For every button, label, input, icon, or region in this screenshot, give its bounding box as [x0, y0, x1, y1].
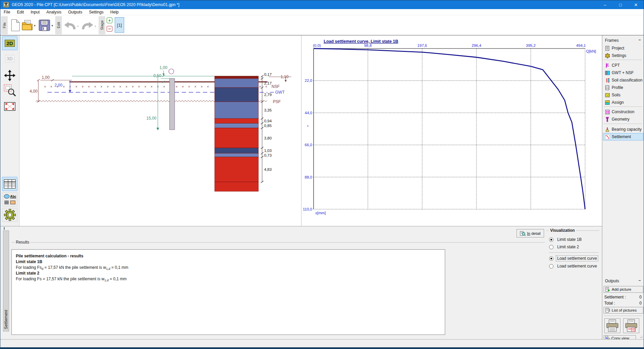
save-dropdown-caret[interactable]: ▾: [51, 24, 53, 27]
radio-limit-state-2[interactable]: Limit state 2: [549, 244, 580, 250]
soils-icon: [605, 92, 610, 98]
settlement-side-tab[interactable]: Settlement: [3, 230, 9, 331]
svg-text:× × × × × × × × × × × × × × ×: × × × × × × × × × × × × × × × × × × × ×: [44, 85, 167, 89]
window-title: GEO5 2020 - Pile CPT [C:\Users\Public\Do…: [12, 2, 179, 7]
soil-layer: [215, 102, 258, 119]
frames-item-assign[interactable]: Assign: [603, 99, 643, 106]
svg-text:1,03: 1,03: [264, 149, 272, 153]
svg-text:0,73: 0,73: [264, 153, 272, 157]
add-stage-button[interactable]: +: [107, 18, 112, 23]
picture-annotation-button[interactable]: Abc: [2, 192, 17, 207]
right-sidebar: Frames – ProjectSettingsCPTGWT + NSFSoil…: [602, 35, 644, 339]
svg-text:1,00: 1,00: [159, 65, 168, 70]
frames-item-profile[interactable]: Profile: [603, 84, 643, 91]
x-tick-label: (0,0): [313, 43, 321, 47]
results-heading-2: Limit state 2: [16, 271, 39, 276]
radio-icon: [549, 245, 553, 249]
frames-item-soil-classification[interactable]: Soil classification: [603, 76, 643, 84]
radio-icon: [549, 256, 553, 261]
radio-limit-state-1b[interactable]: Limit state 1B: [549, 236, 583, 243]
print-settings-button[interactable]: [623, 318, 639, 333]
outputs-panel-title: Outputs: [605, 279, 619, 283]
close-button[interactable]: ✕: [628, 0, 644, 9]
window-border-bottom: [0, 347, 644, 349]
minimize-button[interactable]: –: [597, 0, 613, 9]
frames-item-project[interactable]: Project: [603, 44, 643, 52]
frames-minimize-button[interactable]: –: [638, 37, 642, 42]
frames-item-settings[interactable]: Settings: [603, 52, 643, 59]
list-of-pictures-button[interactable]: List of pictures: [604, 307, 643, 314]
panel-splitter-handle[interactable]: I: [4, 226, 5, 230]
results-panel: I Settlement Results Pile settlement cal…: [0, 226, 602, 339]
radio-load-settlement-curve-2[interactable]: Load settlement curve: [549, 263, 598, 269]
zoom-select-button[interactable]: [2, 83, 17, 97]
soil-layer: [215, 157, 258, 182]
frames-item-gwt-nsf[interactable]: GWT + NSF: [603, 69, 643, 76]
construction-icon: [605, 109, 610, 115]
undo-button[interactable]: [64, 19, 76, 31]
frames-item-geometry[interactable]: Geometry: [603, 116, 643, 123]
load-settlement-curve: [314, 49, 585, 209]
status-bar: [0, 339, 644, 347]
svg-text:3,80: 3,80: [264, 136, 272, 140]
frames-item-cpt[interactable]: CPT: [603, 62, 643, 69]
svg-text:0,94: 0,94: [264, 119, 272, 123]
x-tick-label: 296,4: [472, 43, 481, 47]
menu-help[interactable]: Help: [107, 10, 122, 14]
new-file-icon: [10, 19, 21, 32]
new-file-button[interactable]: [9, 18, 22, 33]
gear-icon: [3, 209, 16, 221]
undo-dropdown-caret[interactable]: ▾: [77, 25, 79, 28]
pile-drawing-panel[interactable]: × × × × × × × × × × × × × × × × × × × ××…: [20, 35, 301, 226]
zoom-fit-button[interactable]: [2, 99, 17, 114]
chart-panel[interactable]: (0,0)98,8197,6296,4395,2494,1Q[kN]22,044…: [301, 35, 602, 226]
printer-icon: [605, 319, 620, 333]
stage-1-button[interactable]: [1]: [115, 17, 124, 33]
results-heading-1b: Limit state 1B: [16, 259, 42, 264]
x-tick-label: 98,8: [364, 43, 371, 47]
add-picture-button[interactable]: Add picture: [604, 286, 643, 293]
soil-layer: [215, 88, 258, 102]
save-button[interactable]: [38, 18, 51, 33]
soil-layer: [215, 128, 258, 148]
drawing-settings-button[interactable]: [2, 208, 17, 222]
menu-input[interactable]: Input: [27, 10, 43, 14]
view-2d-button[interactable]: 2D: [2, 36, 17, 50]
frames-item-settlement[interactable]: Settlement: [603, 133, 643, 140]
pan-tool-button[interactable]: [2, 68, 17, 83]
open-dropdown-caret[interactable]: ▾: [34, 24, 36, 27]
total-count-value: 0: [639, 301, 642, 306]
frames-item-soils[interactable]: Soils: [603, 91, 643, 99]
soil-layer: [215, 148, 258, 153]
svg-text:× × × × × ×: × × × × × ×: [176, 85, 211, 89]
menu-outputs[interactable]: Outputs: [65, 10, 85, 14]
remove-stage-button[interactable]: −: [107, 26, 112, 32]
pile-drawing: × × × × × × × × × × × × × × × × × × × ××…: [20, 35, 301, 226]
maximize-button[interactable]: □: [613, 0, 628, 9]
frames-item-construction[interactable]: Construction: [603, 108, 643, 116]
svg-text:CPT: CPT: [4, 5, 8, 7]
frames-separator: [604, 60, 642, 60]
menu-analysis[interactable]: Analysis: [43, 10, 65, 14]
open-file-button[interactable]: [21, 18, 33, 33]
menu-file[interactable]: File: [0, 10, 13, 14]
zoom-select-icon: [3, 84, 16, 97]
view-3d-button[interactable]: 3D: [2, 52, 17, 66]
svg-text:4,00: 4,00: [30, 89, 38, 94]
soil-layer: [215, 76, 258, 78]
in-detail-button[interactable]: In detail: [516, 229, 544, 237]
redo-dropdown-caret[interactable]: ▾: [95, 25, 96, 28]
print-button[interactable]: [604, 318, 620, 333]
results-text-box[interactable]: Pile settlement calculation - results Li…: [11, 249, 445, 335]
title-bar: CPT GEO5 2020 - Pile CPT [C:\Users\Publi…: [0, 0, 644, 9]
menu-edit[interactable]: Edit: [13, 10, 27, 14]
menu-settings[interactable]: Settings: [85, 10, 107, 14]
table-view-button[interactable]: [2, 177, 17, 191]
resize-grip[interactable]: [640, 335, 643, 338]
svg-text:NSF: NSF: [272, 84, 280, 89]
radio-load-settlement-curve-1[interactable]: Load settlement curve: [549, 255, 598, 261]
outputs-minimize-button[interactable]: –: [638, 278, 642, 283]
frames-item-bearing-capacity[interactable]: Bearing capacity: [603, 126, 643, 133]
project-icon: [605, 45, 610, 51]
redo-button[interactable]: [81, 19, 94, 31]
